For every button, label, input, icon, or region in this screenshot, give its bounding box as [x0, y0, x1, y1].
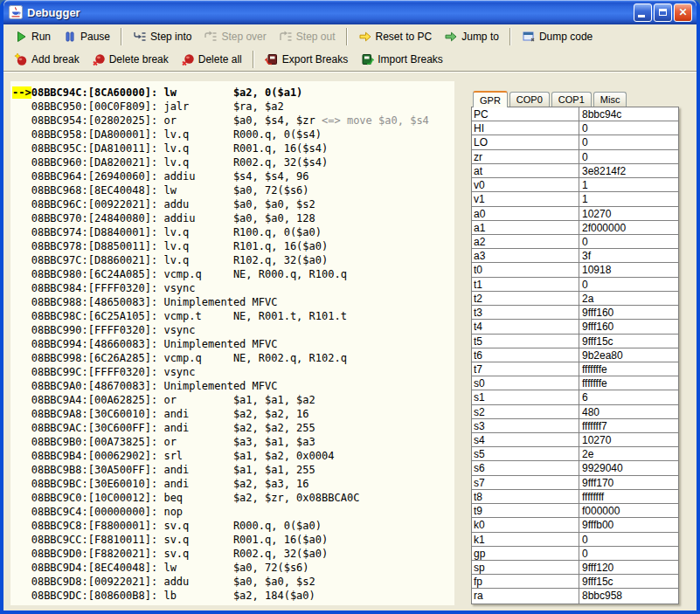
register-value[interactable]: 10270: [579, 433, 678, 446]
register-value[interactable]: 1: [579, 178, 678, 191]
register-row-v1[interactable]: v11: [472, 192, 678, 206]
register-row-pc[interactable]: PC8bbc94c: [472, 107, 678, 121]
run-button[interactable]: Run: [9, 27, 56, 46]
register-value[interactable]: 2f000000: [579, 221, 678, 234]
disassembly-line[interactable]: 08BBC9B8:[30A500FF]: andi $a1, $a1, 255: [12, 463, 453, 477]
disassembly-line[interactable]: 08BBC9D4:[8EC40048]: lw $a0, 72($s6): [12, 561, 453, 575]
disassembly-line[interactable]: 08BBC978:[D8850011]: lv.q R101.q, 16($a0…: [12, 239, 453, 253]
register-row-k0[interactable]: k09fffb00: [472, 518, 678, 532]
register-value[interactable]: 9fff160: [579, 320, 678, 333]
disassembly-line[interactable]: 08BBC9B0:[00A73825]: or $a3, $a1, $a3: [12, 435, 453, 449]
tab-misc[interactable]: Misc: [593, 92, 627, 107]
register-row-zr[interactable]: zr0: [472, 150, 678, 164]
disassembly-line[interactable]: 08BBC9AC:[30C600FF]: andi $a2, $a2, 255: [12, 421, 453, 435]
register-row-t1[interactable]: t10: [472, 278, 678, 292]
register-value[interactable]: 0: [579, 135, 678, 148]
register-value[interactable]: 9fff170: [579, 476, 678, 489]
register-value[interactable]: 9929040: [579, 461, 678, 474]
step-out-button[interactable]: Step out: [274, 27, 341, 46]
disassembly-line[interactable]: 08BBC984:[FFFF0320]: vsync: [12, 281, 453, 295]
disassembly-line[interactable]: 08BBC998:[6C26A285]: vcmp.q NE, R002.q, …: [12, 351, 453, 365]
register-row-a1[interactable]: a12f000000: [472, 221, 678, 235]
register-row-at[interactable]: at3e8214f2: [472, 164, 678, 178]
register-value[interactable]: 9b2ea80: [579, 348, 678, 362]
register-row-s4[interactable]: s410270: [472, 433, 678, 447]
register-row-gp[interactable]: gp0: [472, 547, 678, 561]
register-row-t8[interactable]: t8ffffffff: [472, 490, 678, 504]
register-value[interactable]: 3f: [579, 249, 678, 262]
disassembly-line[interactable]: 08BBC9DC:[808600B8]: lb $a2, 184($a0): [12, 589, 453, 603]
disassembly-line[interactable]: 08BBC9A8:[30C60010]: andi $a2, $a2, 16: [12, 407, 453, 421]
register-value[interactable]: 10270: [579, 207, 678, 220]
disassembly-line[interactable]: 08BBC988:[48650083]: Unimplemented MFVC: [12, 295, 453, 309]
disassembly-line[interactable]: 08BBC9CC:[F8810011]: sv.q R001.q, 16($a0…: [12, 533, 453, 547]
register-row-sp[interactable]: sp9fff120: [472, 561, 678, 575]
import-breaks-button[interactable]: Import Breaks: [355, 50, 448, 69]
register-value[interactable]: 9fff15c: [579, 335, 678, 348]
register-value[interactable]: fffffffe: [579, 376, 678, 390]
register-value[interactable]: 0: [579, 121, 678, 135]
register-value[interactable]: 8bbc958: [579, 589, 678, 603]
register-value[interactable]: 0: [579, 278, 678, 291]
register-row-a0[interactable]: a010270: [472, 207, 678, 221]
delete-all-button[interactable]: Delete all: [176, 50, 247, 69]
step-into-button[interactable]: Step into: [128, 27, 197, 46]
register-row-s6[interactable]: s69929040: [472, 461, 678, 475]
register-value[interactable]: 1: [579, 192, 678, 205]
register-value[interactable]: 0: [579, 235, 678, 248]
disassembly-line[interactable]: 08BBC9C4:[00000000]: nop: [12, 505, 453, 519]
register-value[interactable]: f000000: [579, 504, 678, 517]
disassembly-line[interactable]: 08BBC970:[24840080]: addiu $a0, $a0, 128: [12, 211, 453, 225]
dump-code-button[interactable]: Dump code: [516, 27, 598, 46]
register-value[interactable]: 2e: [579, 447, 678, 460]
register-row-a3[interactable]: a33f: [472, 249, 678, 263]
register-value[interactable]: 10918: [579, 263, 678, 276]
register-value[interactable]: 0: [579, 533, 678, 546]
register-row-t0[interactable]: t010918: [472, 263, 678, 277]
register-row-t5[interactable]: t59fff15c: [472, 335, 678, 348]
disassembly-line[interactable]: 08BBC980:[6C24A085]: vcmp.q NE, R000.q, …: [12, 267, 453, 281]
disassembly-line[interactable]: 08BBC994:[48660083]: Unimplemented MFVC: [12, 337, 453, 351]
tab-cop1[interactable]: COP1: [551, 92, 592, 107]
pause-button[interactable]: Pause: [58, 27, 115, 46]
title-bar[interactable]: Debugger ✕: [3, 0, 697, 24]
disassembly-line[interactable]: 08BBC964:[26940060]: addiu $s4, $s4, 96: [12, 169, 453, 183]
step-over-button[interactable]: Step over: [198, 27, 271, 46]
register-row-t9[interactable]: t9f000000: [472, 504, 678, 518]
disassembly-line[interactable]: 08BBC99C:[FFFF0320]: vsync: [12, 365, 453, 379]
register-value[interactable]: 9fff160: [579, 306, 678, 319]
disassembly-line[interactable]: 08BBC974:[D8840001]: lv.q R100.q, 0($a0): [12, 225, 453, 239]
minimize-button[interactable]: [634, 3, 652, 22]
disassembly-line[interactable]: 08BBC9B4:[00062902]: srl $a1, $a2, 0x000…: [12, 449, 453, 463]
disassembly-line[interactable]: 08BBC98C:[6C25A105]: vcmp.t NE, R001.t, …: [12, 309, 453, 323]
disassembly-line[interactable]: 08BBC968:[8EC40048]: lw $a0, 72($s6): [12, 183, 453, 197]
register-value[interactable]: 6: [579, 390, 678, 404]
disassembly-line[interactable]: 08BBC950:[00C0F809]: jalr $ra, $a2: [12, 100, 453, 114]
register-row-hi[interactable]: HI0: [472, 121, 678, 135]
register-row-t2[interactable]: t22a: [472, 292, 678, 306]
add-break-button[interactable]: Add break: [9, 50, 85, 69]
disassembly-line[interactable]: 08BBC96C:[00922021]: addu $a0, $a0, $s2: [12, 197, 453, 211]
register-row-s0[interactable]: s0fffffffe: [472, 376, 678, 390]
close-button[interactable]: ✕: [674, 3, 692, 22]
delete-break-button[interactable]: Delete break: [87, 50, 174, 69]
disassembly-line[interactable]: 08BBC9D0:[F8820021]: sv.q R002.q, 32($a0…: [12, 547, 453, 561]
reset-to-pc-button[interactable]: Reset to PC: [353, 27, 438, 46]
tab-gpr[interactable]: GPR: [473, 91, 508, 107]
register-value[interactable]: 9fff15c: [579, 575, 678, 588]
disassembly-line[interactable]: 08BBC9A4:[00A62825]: or $a1, $a1, $a2: [12, 393, 453, 407]
disassembly-line[interactable]: 08BBC9C0:[10C00012]: beq $a2, $zr, 0x08B…: [12, 491, 453, 505]
disassembly-line[interactable]: 08BBC9D8:[00922021]: addu $a0, $a0, $s2: [12, 575, 453, 589]
register-row-s5[interactable]: s52e: [472, 447, 678, 461]
register-row-t3[interactable]: t39fff160: [472, 306, 678, 320]
register-value[interactable]: 0: [579, 547, 678, 560]
disassembly-line[interactable]: 08BBC9C8:[F8800001]: sv.q R000.q, 0($a0): [12, 519, 453, 533]
register-row-v0[interactable]: v01: [472, 178, 678, 192]
register-value[interactable]: 9fff120: [579, 561, 678, 574]
disassembly-line[interactable]: 08BBC958:[DA800001]: lv.q R000.q, 0($s4): [12, 128, 453, 141]
tab-cop0[interactable]: COP0: [509, 92, 550, 107]
register-row-s3[interactable]: s3fffffff7: [472, 419, 678, 433]
register-value[interactable]: fffffffe: [579, 362, 678, 376]
register-value[interactable]: fffffff7: [579, 419, 678, 432]
register-value[interactable]: 2a: [579, 292, 678, 305]
